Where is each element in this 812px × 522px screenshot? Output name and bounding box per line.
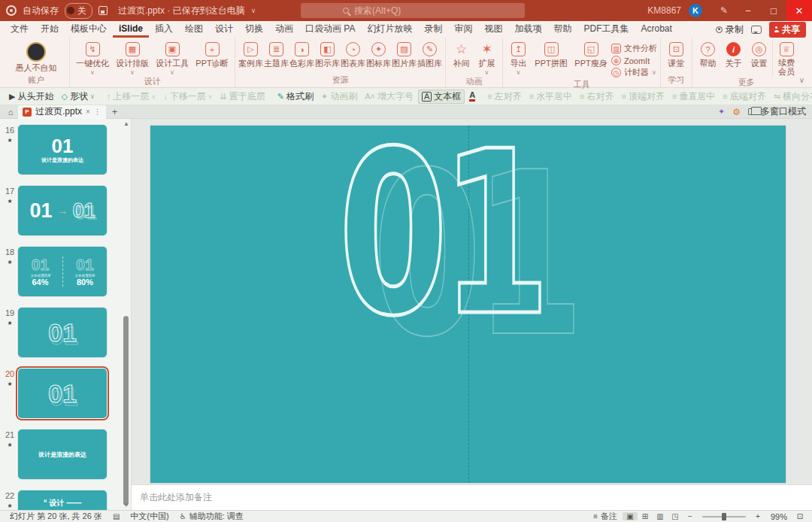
tab-menu-icon[interactable]: ⋮ xyxy=(94,108,102,116)
settings-button[interactable]: ◎ 设置 xyxy=(747,41,771,69)
home-icon[interactable]: ⌂ xyxy=(3,108,18,117)
slide-sorter-view-button[interactable]: ⊞ xyxy=(638,512,653,520)
shapes-button[interactable]: ◇ 形状 ∨ xyxy=(58,90,97,103)
slide-thumbnail-20-selected[interactable]: 01 01 xyxy=(18,369,107,418)
help-button[interactable]: ? 帮助 xyxy=(695,41,720,69)
tween-button[interactable]: ☆ 补间 xyxy=(449,41,474,69)
slide-thumbnail-16[interactable]: 01 设计是浪漫的表达 xyxy=(18,125,107,175)
text-box-button[interactable]: A 文本框 xyxy=(418,90,465,104)
editing-canvas[interactable]: 01 01 xyxy=(132,119,812,484)
distribute-h-button[interactable]: ⇋ 横向分布 xyxy=(771,90,812,103)
extend-button[interactable]: ✶ 扩展 ∨ xyxy=(474,41,499,75)
collapse-ribbon-icon[interactable]: ∨ xyxy=(799,76,804,84)
notes-area[interactable]: 单击此处添加备注 xyxy=(132,484,812,510)
illustration-library-button[interactable]: ✎ 插图库 xyxy=(417,41,442,69)
zoom-out-button[interactable]: − xyxy=(683,512,698,520)
tab-draw[interactable]: 绘图 xyxy=(179,21,209,38)
normal-view-button[interactable]: ▣ xyxy=(623,512,638,520)
record-button[interactable]: 录制 xyxy=(716,23,744,36)
username-label[interactable]: KM8867 xyxy=(647,5,681,16)
align-middle-button[interactable]: ≡ 垂直居中 xyxy=(669,90,718,103)
one-key-optimize-button[interactable]: ↯ 一键优化 ∨ xyxy=(73,41,112,75)
tab-slideshow[interactable]: 幻灯片放映 xyxy=(361,21,418,38)
animation-painter-button[interactable]: ✦ 动画刷 xyxy=(318,90,360,103)
tab-addins[interactable]: 加载项 xyxy=(508,21,547,38)
notes-toggle-button[interactable]: ≡ 备注 xyxy=(588,511,623,522)
slide-thumbnail-17[interactable]: 01 → 01 xyxy=(18,186,107,235)
case-library-button[interactable]: ▷ 案例库 xyxy=(238,41,263,69)
scroll-up-icon[interactable]: ▲ xyxy=(123,120,129,127)
account-button[interactable]: 愚人不自知 xyxy=(6,41,66,72)
slideshow-button[interactable]: ◳ xyxy=(668,512,683,520)
ppt-diagnose-button[interactable]: + PPT诊断 xyxy=(192,41,232,69)
spellcheck-button[interactable]: ▤ xyxy=(108,512,125,520)
chevron-down-icon[interactable]: ∨ xyxy=(251,7,256,14)
grow-font-button[interactable]: A˄ 增大字号 xyxy=(362,90,417,103)
align-left-button[interactable]: ≡ 左对齐 xyxy=(484,90,524,103)
tab-help[interactable]: 帮助 xyxy=(547,21,577,38)
classroom-button[interactable]: ⊡ 课堂 xyxy=(664,41,689,69)
slide-thumbnail-22[interactable]: “ 设计 —— xyxy=(18,490,107,510)
tab-transitions[interactable]: 切换 xyxy=(239,21,269,38)
save-icon[interactable] xyxy=(98,6,108,15)
pen-icon[interactable]: ✎ xyxy=(713,5,735,16)
slide-thumbnail-18[interactable]: 01 文本框透明度 64% 01 文本框透明度 80% xyxy=(18,247,107,296)
bring-forward-button[interactable]: ↑ 上移一层 ∨ xyxy=(104,90,159,103)
slide-number-outline-text[interactable]: 01 xyxy=(338,126,544,347)
close-button[interactable]: ✕ xyxy=(786,0,812,21)
align-right-button[interactable]: ≡ 右对齐 xyxy=(577,90,617,103)
tab-record[interactable]: 录制 xyxy=(418,21,448,38)
font-color-button[interactable]: A xyxy=(466,91,478,102)
format-painter-button[interactable]: ✎ 格式刷 xyxy=(274,90,317,103)
icon-library-button[interactable]: ✦ 图标库 xyxy=(366,41,391,69)
share-button[interactable]: 共享 xyxy=(769,22,806,38)
zoom-slider[interactable] xyxy=(702,516,746,517)
multi-window-button[interactable]: 多窗口模式 xyxy=(748,105,806,118)
current-slide[interactable]: 01 01 xyxy=(150,126,786,483)
fit-to-window-button[interactable]: ⊡ xyxy=(792,512,807,520)
ppt-puzzle-button[interactable]: ◫ PPT拼图 xyxy=(532,41,571,69)
avatar[interactable]: K xyxy=(689,4,702,17)
document-tab[interactable]: P 过渡页.pptx × ⋮ xyxy=(18,105,106,119)
tab-pdf-tools[interactable]: PDF工具集 xyxy=(577,21,635,38)
language-indicator[interactable]: 中文(中国) xyxy=(125,511,174,522)
tab-islide[interactable]: iSlide xyxy=(113,21,149,38)
document-title[interactable]: 过渡页.pptx · 已保存到这台电脑 xyxy=(118,5,245,17)
tab-animations[interactable]: 动画 xyxy=(269,21,299,38)
thumbnail-scrollbar-track[interactable] xyxy=(123,129,129,499)
zoom-percentage[interactable]: 99% xyxy=(765,512,792,521)
zoom-slider-thumb[interactable] xyxy=(722,513,726,520)
color-library-button[interactable]: ◑ 色彩库 xyxy=(289,41,314,69)
slide-thumbnail-21[interactable]: 设计是浪漫的表达 xyxy=(18,429,107,479)
tab-pocket-animation[interactable]: 口袋动画 PA xyxy=(299,21,361,38)
design-layout-button[interactable]: ▦ 设计排版 ∨ xyxy=(113,41,152,75)
align-bottom-button[interactable]: ≡ 底端对齐 xyxy=(720,90,768,103)
theme-library-button[interactable]: ≣ 主题库 xyxy=(264,41,289,69)
tab-file[interactable]: 文件 xyxy=(5,21,35,38)
autosave-toggle[interactable]: 关 xyxy=(65,3,92,19)
tab-insert[interactable]: 插入 xyxy=(149,21,179,38)
start-from-beginning-button[interactable]: ▶ 从头开始 xyxy=(6,90,56,103)
send-backward-button[interactable]: ↓ 下移一层 ∨ xyxy=(160,90,215,103)
scroll-down-icon[interactable]: ▼ xyxy=(123,502,129,508)
magic-wand-icon[interactable]: ✦ xyxy=(718,107,725,117)
send-to-back-button[interactable]: ⇊ 置于底层 xyxy=(217,90,268,103)
zoomit-button[interactable]: ⊕ ZoomIt xyxy=(611,56,657,65)
search-input[interactable]: 搜索(Alt+Q) xyxy=(301,3,525,18)
minimize-button[interactable]: − xyxy=(735,0,761,21)
tab-design[interactable]: 设计 xyxy=(209,21,239,38)
tab-acrobat[interactable]: Acrobat xyxy=(635,21,677,38)
picture-library-button[interactable]: ▨ 图片库 xyxy=(392,41,417,69)
export-button[interactable]: ↥ 导出 ∨ xyxy=(506,41,531,75)
close-tab-icon[interactable]: × xyxy=(86,108,90,116)
slide-thumbnail-19[interactable]: 01 01 xyxy=(18,308,107,357)
thumbnail-scrollbar-thumb[interactable] xyxy=(123,316,129,505)
ppt-slim-button[interactable]: ◱ PPT瘦身 xyxy=(571,41,611,69)
new-tab-button[interactable]: + xyxy=(112,106,118,117)
tab-view[interactable]: 视图 xyxy=(478,21,508,38)
reading-view-button[interactable]: ▥ xyxy=(653,512,668,520)
comment-icon[interactable] xyxy=(751,26,762,34)
align-center-h-button[interactable]: ≡ 水平居中 xyxy=(526,90,575,103)
accessibility-status[interactable]: ♿ 辅助功能: 调查 xyxy=(174,511,249,522)
design-tools-button[interactable]: ▣ 设计工具 ∨ xyxy=(153,41,192,75)
